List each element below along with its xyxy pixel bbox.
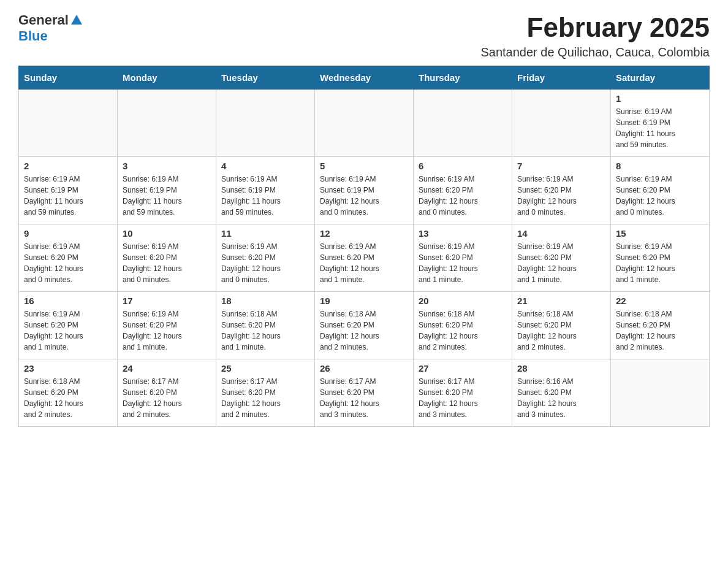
weekday-header-thursday: Thursday	[414, 66, 512, 90]
day-info: Sunrise: 6:18 AM Sunset: 6:20 PM Dayligh…	[221, 308, 309, 353]
day-number: 17	[123, 296, 211, 306]
day-number: 4	[221, 161, 309, 171]
day-number: 14	[517, 228, 605, 239]
calendar-cell: 26Sunrise: 6:17 AM Sunset: 6:20 PM Dayli…	[315, 359, 414, 427]
calendar-title: February 2025	[480, 12, 710, 43]
day-info: Sunrise: 6:18 AM Sunset: 6:20 PM Dayligh…	[517, 308, 605, 353]
weekday-header-row: SundayMondayTuesdayWednesdayThursdayFrid…	[19, 66, 710, 90]
calendar-cell: 8Sunrise: 6:19 AM Sunset: 6:20 PM Daylig…	[611, 157, 710, 224]
calendar-cell: 18Sunrise: 6:18 AM Sunset: 6:20 PM Dayli…	[216, 292, 315, 359]
day-info: Sunrise: 6:18 AM Sunset: 6:20 PM Dayligh…	[24, 376, 112, 420]
day-number: 22	[616, 296, 704, 306]
week-row-4: 16Sunrise: 6:19 AM Sunset: 6:20 PM Dayli…	[19, 292, 710, 359]
calendar-cell: 13Sunrise: 6:19 AM Sunset: 6:20 PM Dayli…	[414, 224, 512, 292]
day-info: Sunrise: 6:19 AM Sunset: 6:20 PM Dayligh…	[419, 241, 507, 285]
week-row-3: 9Sunrise: 6:19 AM Sunset: 6:20 PM Daylig…	[19, 224, 710, 292]
day-number: 8	[616, 161, 704, 171]
calendar-cell: 12Sunrise: 6:19 AM Sunset: 6:20 PM Dayli…	[315, 224, 414, 292]
day-number: 10	[123, 228, 211, 239]
day-info: Sunrise: 6:19 AM Sunset: 6:19 PM Dayligh…	[24, 174, 112, 218]
weekday-header-sunday: Sunday	[19, 66, 118, 90]
calendar-cell: 28Sunrise: 6:16 AM Sunset: 6:20 PM Dayli…	[512, 359, 611, 427]
day-info: Sunrise: 6:19 AM Sunset: 6:19 PM Dayligh…	[123, 174, 211, 218]
day-number: 27	[419, 363, 507, 373]
day-number: 24	[123, 363, 211, 373]
week-row-1: 1Sunrise: 6:19 AM Sunset: 6:19 PM Daylig…	[19, 90, 710, 157]
calendar-cell	[19, 90, 118, 157]
logo-blue-text: Blue	[18, 28, 48, 44]
calendar-cell: 17Sunrise: 6:19 AM Sunset: 6:20 PM Dayli…	[118, 292, 216, 359]
calendar-cell: 24Sunrise: 6:17 AM Sunset: 6:20 PM Dayli…	[118, 359, 216, 427]
weekday-header-wednesday: Wednesday	[315, 66, 414, 90]
calendar-cell: 1Sunrise: 6:19 AM Sunset: 6:19 PM Daylig…	[611, 90, 710, 157]
day-info: Sunrise: 6:19 AM Sunset: 6:20 PM Dayligh…	[616, 241, 704, 285]
calendar-cell	[315, 90, 414, 157]
day-number: 15	[616, 228, 704, 239]
day-info: Sunrise: 6:17 AM Sunset: 6:20 PM Dayligh…	[123, 376, 211, 420]
week-row-5: 23Sunrise: 6:18 AM Sunset: 6:20 PM Dayli…	[19, 359, 710, 427]
day-number: 13	[419, 228, 507, 239]
calendar-cell	[512, 90, 611, 157]
calendar-cell: 19Sunrise: 6:18 AM Sunset: 6:20 PM Dayli…	[315, 292, 414, 359]
day-info: Sunrise: 6:19 AM Sunset: 6:20 PM Dayligh…	[616, 174, 704, 218]
day-number: 6	[419, 161, 507, 171]
day-number: 20	[419, 296, 507, 306]
day-info: Sunrise: 6:16 AM Sunset: 6:20 PM Dayligh…	[517, 376, 605, 420]
calendar-cell: 27Sunrise: 6:17 AM Sunset: 6:20 PM Dayli…	[414, 359, 512, 427]
page-header: General Blue February 2025 Santander de …	[18, 12, 710, 59]
calendar-cell: 3Sunrise: 6:19 AM Sunset: 6:19 PM Daylig…	[118, 157, 216, 224]
calendar-cell: 22Sunrise: 6:18 AM Sunset: 6:20 PM Dayli…	[611, 292, 710, 359]
day-info: Sunrise: 6:19 AM Sunset: 6:20 PM Dayligh…	[320, 241, 408, 285]
day-number: 2	[24, 161, 112, 171]
logo: General Blue	[18, 12, 83, 44]
title-section: February 2025 Santander de Quilichao, Ca…	[480, 12, 710, 59]
day-info: Sunrise: 6:17 AM Sunset: 6:20 PM Dayligh…	[320, 376, 408, 420]
calendar-cell: 2Sunrise: 6:19 AM Sunset: 6:19 PM Daylig…	[19, 157, 118, 224]
day-info: Sunrise: 6:19 AM Sunset: 6:20 PM Dayligh…	[517, 241, 605, 285]
calendar-cell	[118, 90, 216, 157]
day-info: Sunrise: 6:19 AM Sunset: 6:20 PM Dayligh…	[123, 308, 211, 353]
logo-triangle-icon	[70, 13, 83, 27]
calendar-cell: 16Sunrise: 6:19 AM Sunset: 6:20 PM Dayli…	[19, 292, 118, 359]
calendar-table: SundayMondayTuesdayWednesdayThursdayFrid…	[18, 66, 710, 427]
day-number: 25	[221, 363, 309, 373]
day-info: Sunrise: 6:19 AM Sunset: 6:20 PM Dayligh…	[517, 174, 605, 218]
day-info: Sunrise: 6:17 AM Sunset: 6:20 PM Dayligh…	[221, 376, 309, 420]
weekday-header-tuesday: Tuesday	[216, 66, 315, 90]
day-info: Sunrise: 6:19 AM Sunset: 6:20 PM Dayligh…	[419, 174, 507, 218]
weekday-header-monday: Monday	[118, 66, 216, 90]
day-info: Sunrise: 6:18 AM Sunset: 6:20 PM Dayligh…	[419, 308, 507, 353]
calendar-cell: 23Sunrise: 6:18 AM Sunset: 6:20 PM Dayli…	[19, 359, 118, 427]
calendar-cell	[216, 90, 315, 157]
day-number: 12	[320, 228, 408, 239]
day-info: Sunrise: 6:19 AM Sunset: 6:20 PM Dayligh…	[221, 241, 309, 285]
day-info: Sunrise: 6:17 AM Sunset: 6:20 PM Dayligh…	[419, 376, 507, 420]
day-number: 19	[320, 296, 408, 306]
calendar-cell: 4Sunrise: 6:19 AM Sunset: 6:19 PM Daylig…	[216, 157, 315, 224]
day-info: Sunrise: 6:19 AM Sunset: 6:19 PM Dayligh…	[320, 174, 408, 218]
calendar-subtitle: Santander de Quilichao, Cauca, Colombia	[480, 45, 710, 59]
day-number: 18	[221, 296, 309, 306]
day-number: 9	[24, 228, 112, 239]
calendar-cell: 14Sunrise: 6:19 AM Sunset: 6:20 PM Dayli…	[512, 224, 611, 292]
calendar-cell: 21Sunrise: 6:18 AM Sunset: 6:20 PM Dayli…	[512, 292, 611, 359]
week-row-2: 2Sunrise: 6:19 AM Sunset: 6:19 PM Daylig…	[19, 157, 710, 224]
day-number: 28	[517, 363, 605, 373]
calendar-cell: 10Sunrise: 6:19 AM Sunset: 6:20 PM Dayli…	[118, 224, 216, 292]
day-number: 7	[517, 161, 605, 171]
day-number: 3	[123, 161, 211, 171]
day-info: Sunrise: 6:19 AM Sunset: 6:19 PM Dayligh…	[221, 174, 309, 218]
calendar-cell: 25Sunrise: 6:17 AM Sunset: 6:20 PM Dayli…	[216, 359, 315, 427]
day-info: Sunrise: 6:19 AM Sunset: 6:20 PM Dayligh…	[123, 241, 211, 285]
calendar-cell: 11Sunrise: 6:19 AM Sunset: 6:20 PM Dayli…	[216, 224, 315, 292]
weekday-header-friday: Friday	[512, 66, 611, 90]
day-number: 5	[320, 161, 408, 171]
day-info: Sunrise: 6:19 AM Sunset: 6:20 PM Dayligh…	[24, 241, 112, 285]
day-number: 16	[24, 296, 112, 306]
logo-general-text: General	[18, 12, 69, 28]
calendar-cell: 9Sunrise: 6:19 AM Sunset: 6:20 PM Daylig…	[19, 224, 118, 292]
day-info: Sunrise: 6:18 AM Sunset: 6:20 PM Dayligh…	[320, 308, 408, 353]
weekday-header-saturday: Saturday	[611, 66, 710, 90]
svg-marker-0	[71, 15, 82, 25]
day-info: Sunrise: 6:18 AM Sunset: 6:20 PM Dayligh…	[616, 308, 704, 353]
